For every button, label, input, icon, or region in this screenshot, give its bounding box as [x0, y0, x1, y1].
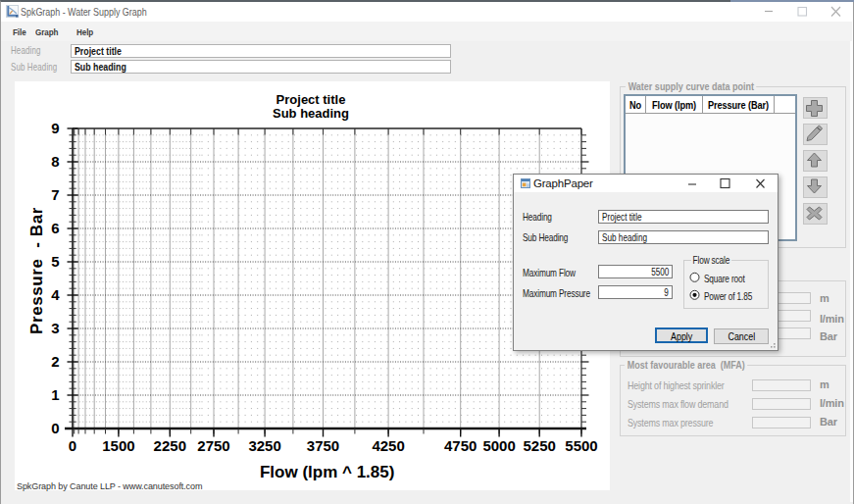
svg-text:Flow (lpm ^ 1.85): Flow (lpm ^ 1.85)	[260, 463, 394, 481]
svg-text:7: 7	[51, 186, 59, 203]
svg-text:9: 9	[51, 120, 59, 136]
svg-text:2250: 2250	[154, 437, 186, 454]
svg-text:4250: 4250	[372, 437, 404, 454]
svg-text:5000: 5000	[482, 437, 515, 454]
svg-text:4: 4	[51, 286, 60, 303]
svg-text:5500: 5500	[565, 437, 597, 454]
svg-text:3: 3	[51, 320, 59, 336]
svg-text:5: 5	[51, 253, 59, 270]
svg-text:5250: 5250	[524, 437, 556, 454]
svg-text:Project title: Project title	[276, 92, 346, 107]
svg-text:2: 2	[51, 353, 59, 370]
svg-text:3250: 3250	[248, 437, 280, 454]
svg-text:Sub heading: Sub heading	[273, 106, 349, 121]
svg-text:Pressure - Bar: Pressure - Bar	[27, 207, 46, 334]
svg-text:0: 0	[69, 437, 76, 454]
svg-text:8: 8	[51, 153, 59, 170]
svg-text:2750: 2750	[197, 437, 229, 454]
svg-text:4750: 4750	[444, 437, 477, 454]
svg-text:6: 6	[51, 220, 59, 236]
svg-text:0: 0	[51, 420, 59, 436]
svg-text:1: 1	[51, 386, 59, 403]
svg-text:1500: 1500	[102, 437, 134, 454]
svg-text:3750: 3750	[307, 437, 339, 454]
